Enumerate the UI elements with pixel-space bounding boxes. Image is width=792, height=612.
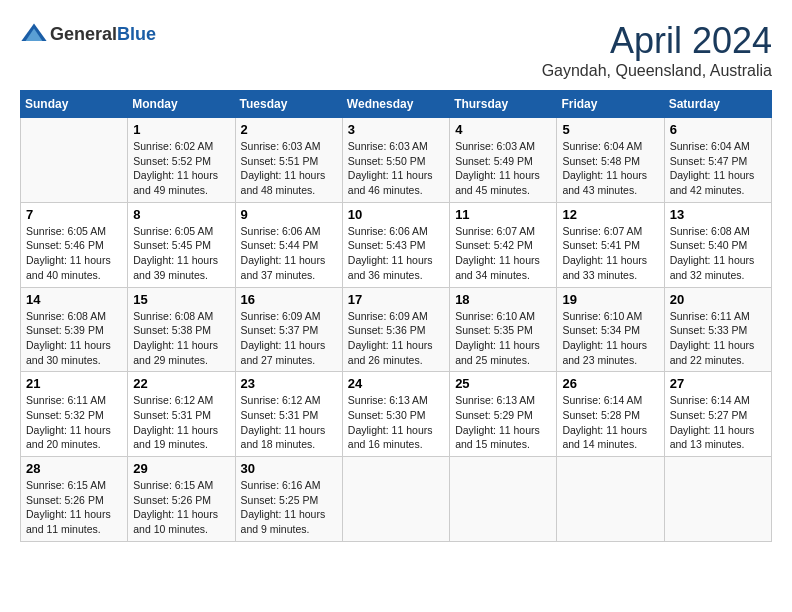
day-number: 8 — [133, 207, 229, 222]
day-number: 16 — [241, 292, 337, 307]
day-number: 2 — [241, 122, 337, 137]
month-title: April 2024 — [542, 20, 772, 62]
day-number: 9 — [241, 207, 337, 222]
day-number: 13 — [670, 207, 766, 222]
day-info: Sunrise: 6:08 AM Sunset: 5:39 PM Dayligh… — [26, 309, 122, 368]
calendar-week-3: 14Sunrise: 6:08 AM Sunset: 5:39 PM Dayli… — [21, 287, 772, 372]
day-number: 14 — [26, 292, 122, 307]
day-info: Sunrise: 6:11 AM Sunset: 5:32 PM Dayligh… — [26, 393, 122, 452]
day-info: Sunrise: 6:05 AM Sunset: 5:46 PM Dayligh… — [26, 224, 122, 283]
calendar-cell: 23Sunrise: 6:12 AM Sunset: 5:31 PM Dayli… — [235, 372, 342, 457]
day-number: 11 — [455, 207, 551, 222]
day-number: 4 — [455, 122, 551, 137]
header-monday: Monday — [128, 91, 235, 118]
calendar-cell: 16Sunrise: 6:09 AM Sunset: 5:37 PM Dayli… — [235, 287, 342, 372]
calendar-week-1: 1Sunrise: 6:02 AM Sunset: 5:52 PM Daylig… — [21, 118, 772, 203]
day-number: 30 — [241, 461, 337, 476]
calendar-cell: 1Sunrise: 6:02 AM Sunset: 5:52 PM Daylig… — [128, 118, 235, 203]
day-info: Sunrise: 6:11 AM Sunset: 5:33 PM Dayligh… — [670, 309, 766, 368]
header-friday: Friday — [557, 91, 664, 118]
day-info: Sunrise: 6:08 AM Sunset: 5:40 PM Dayligh… — [670, 224, 766, 283]
day-info: Sunrise: 6:03 AM Sunset: 5:51 PM Dayligh… — [241, 139, 337, 198]
day-info: Sunrise: 6:05 AM Sunset: 5:45 PM Dayligh… — [133, 224, 229, 283]
day-number: 23 — [241, 376, 337, 391]
day-info: Sunrise: 6:15 AM Sunset: 5:26 PM Dayligh… — [133, 478, 229, 537]
calendar-cell: 5Sunrise: 6:04 AM Sunset: 5:48 PM Daylig… — [557, 118, 664, 203]
day-info: Sunrise: 6:10 AM Sunset: 5:34 PM Dayligh… — [562, 309, 658, 368]
day-info: Sunrise: 6:03 AM Sunset: 5:50 PM Dayligh… — [348, 139, 444, 198]
header-wednesday: Wednesday — [342, 91, 449, 118]
day-number: 28 — [26, 461, 122, 476]
day-info: Sunrise: 6:15 AM Sunset: 5:26 PM Dayligh… — [26, 478, 122, 537]
day-info: Sunrise: 6:10 AM Sunset: 5:35 PM Dayligh… — [455, 309, 551, 368]
day-number: 12 — [562, 207, 658, 222]
calendar-cell: 26Sunrise: 6:14 AM Sunset: 5:28 PM Dayli… — [557, 372, 664, 457]
day-number: 18 — [455, 292, 551, 307]
day-number: 3 — [348, 122, 444, 137]
calendar-cell — [664, 457, 771, 542]
logo-text: GeneralBlue — [50, 24, 156, 45]
day-info: Sunrise: 6:12 AM Sunset: 5:31 PM Dayligh… — [133, 393, 229, 452]
calendar-cell: 28Sunrise: 6:15 AM Sunset: 5:26 PM Dayli… — [21, 457, 128, 542]
day-info: Sunrise: 6:08 AM Sunset: 5:38 PM Dayligh… — [133, 309, 229, 368]
calendar-cell: 17Sunrise: 6:09 AM Sunset: 5:36 PM Dayli… — [342, 287, 449, 372]
calendar-cell: 19Sunrise: 6:10 AM Sunset: 5:34 PM Dayli… — [557, 287, 664, 372]
page-header: GeneralBlue April 2024 Gayndah, Queensla… — [20, 20, 772, 80]
calendar-cell: 15Sunrise: 6:08 AM Sunset: 5:38 PM Dayli… — [128, 287, 235, 372]
day-number: 25 — [455, 376, 551, 391]
day-number: 24 — [348, 376, 444, 391]
logo-icon — [20, 20, 48, 48]
calendar-cell: 11Sunrise: 6:07 AM Sunset: 5:42 PM Dayli… — [450, 202, 557, 287]
day-info: Sunrise: 6:02 AM Sunset: 5:52 PM Dayligh… — [133, 139, 229, 198]
day-info: Sunrise: 6:04 AM Sunset: 5:47 PM Dayligh… — [670, 139, 766, 198]
day-info: Sunrise: 6:04 AM Sunset: 5:48 PM Dayligh… — [562, 139, 658, 198]
header-saturday: Saturday — [664, 91, 771, 118]
calendar-cell: 20Sunrise: 6:11 AM Sunset: 5:33 PM Dayli… — [664, 287, 771, 372]
header-sunday: Sunday — [21, 91, 128, 118]
day-number: 5 — [562, 122, 658, 137]
day-info: Sunrise: 6:13 AM Sunset: 5:30 PM Dayligh… — [348, 393, 444, 452]
day-info: Sunrise: 6:07 AM Sunset: 5:42 PM Dayligh… — [455, 224, 551, 283]
header-thursday: Thursday — [450, 91, 557, 118]
calendar-cell: 24Sunrise: 6:13 AM Sunset: 5:30 PM Dayli… — [342, 372, 449, 457]
day-info: Sunrise: 6:13 AM Sunset: 5:29 PM Dayligh… — [455, 393, 551, 452]
calendar-cell: 14Sunrise: 6:08 AM Sunset: 5:39 PM Dayli… — [21, 287, 128, 372]
calendar-cell — [342, 457, 449, 542]
day-number: 20 — [670, 292, 766, 307]
day-info: Sunrise: 6:06 AM Sunset: 5:43 PM Dayligh… — [348, 224, 444, 283]
day-number: 7 — [26, 207, 122, 222]
calendar-cell: 22Sunrise: 6:12 AM Sunset: 5:31 PM Dayli… — [128, 372, 235, 457]
day-number: 27 — [670, 376, 766, 391]
day-info: Sunrise: 6:14 AM Sunset: 5:28 PM Dayligh… — [562, 393, 658, 452]
day-number: 6 — [670, 122, 766, 137]
day-info: Sunrise: 6:09 AM Sunset: 5:36 PM Dayligh… — [348, 309, 444, 368]
calendar-cell: 10Sunrise: 6:06 AM Sunset: 5:43 PM Dayli… — [342, 202, 449, 287]
day-info: Sunrise: 6:09 AM Sunset: 5:37 PM Dayligh… — [241, 309, 337, 368]
calendar-header-row: SundayMondayTuesdayWednesdayThursdayFrid… — [21, 91, 772, 118]
day-info: Sunrise: 6:16 AM Sunset: 5:25 PM Dayligh… — [241, 478, 337, 537]
day-info: Sunrise: 6:07 AM Sunset: 5:41 PM Dayligh… — [562, 224, 658, 283]
calendar-cell: 29Sunrise: 6:15 AM Sunset: 5:26 PM Dayli… — [128, 457, 235, 542]
calendar-cell: 25Sunrise: 6:13 AM Sunset: 5:29 PM Dayli… — [450, 372, 557, 457]
calendar-cell: 2Sunrise: 6:03 AM Sunset: 5:51 PM Daylig… — [235, 118, 342, 203]
logo-general: General — [50, 24, 117, 44]
calendar-cell: 3Sunrise: 6:03 AM Sunset: 5:50 PM Daylig… — [342, 118, 449, 203]
header-tuesday: Tuesday — [235, 91, 342, 118]
logo-blue: Blue — [117, 24, 156, 44]
calendar-cell: 7Sunrise: 6:05 AM Sunset: 5:46 PM Daylig… — [21, 202, 128, 287]
day-info: Sunrise: 6:06 AM Sunset: 5:44 PM Dayligh… — [241, 224, 337, 283]
day-number: 26 — [562, 376, 658, 391]
calendar-cell: 4Sunrise: 6:03 AM Sunset: 5:49 PM Daylig… — [450, 118, 557, 203]
day-info: Sunrise: 6:03 AM Sunset: 5:49 PM Dayligh… — [455, 139, 551, 198]
calendar-cell — [21, 118, 128, 203]
calendar-cell: 21Sunrise: 6:11 AM Sunset: 5:32 PM Dayli… — [21, 372, 128, 457]
calendar-week-5: 28Sunrise: 6:15 AM Sunset: 5:26 PM Dayli… — [21, 457, 772, 542]
calendar-cell: 30Sunrise: 6:16 AM Sunset: 5:25 PM Dayli… — [235, 457, 342, 542]
calendar-week-2: 7Sunrise: 6:05 AM Sunset: 5:46 PM Daylig… — [21, 202, 772, 287]
title-block: April 2024 Gayndah, Queensland, Australi… — [542, 20, 772, 80]
day-number: 10 — [348, 207, 444, 222]
calendar-cell — [450, 457, 557, 542]
day-number: 1 — [133, 122, 229, 137]
location-title: Gayndah, Queensland, Australia — [542, 62, 772, 80]
calendar-cell: 6Sunrise: 6:04 AM Sunset: 5:47 PM Daylig… — [664, 118, 771, 203]
